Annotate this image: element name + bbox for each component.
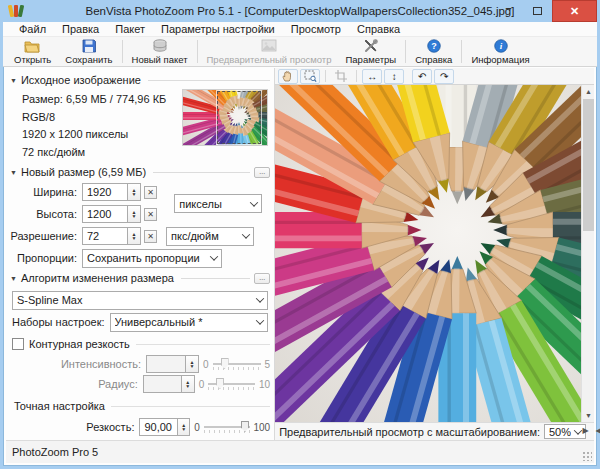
radius-slider: [208, 377, 255, 391]
width-input[interactable]: 1920: [82, 183, 128, 201]
info-icon: i: [492, 38, 509, 53]
vertical-scroll-thumb[interactable]: [583, 99, 594, 231]
sharpness-slider[interactable]: [204, 420, 250, 434]
save-icon: [80, 38, 97, 53]
width-reset-button[interactable]: ✕: [144, 186, 157, 199]
scroll-left-icon[interactable]: ◀: [592, 425, 600, 438]
menu-edit[interactable]: Правка: [54, 23, 107, 35]
algorithm-method-select[interactable]: S-Spline Max: [12, 291, 268, 310]
section-algorithm-header[interactable]: ▼ Алгоритм изменения размера ...: [10, 271, 270, 285]
radius-spinner: ▲▼: [182, 375, 195, 393]
collapse-triangle-icon: ▼: [10, 77, 17, 84]
scroll-down-icon[interactable]: ▼: [582, 409, 594, 422]
options-button[interactable]: Параметры: [339, 37, 404, 66]
scroll-right-icon[interactable]: ▶: [579, 425, 592, 438]
resize-grip[interactable]: [582, 451, 592, 461]
algorithm-more-button[interactable]: ...: [254, 273, 270, 284]
source-dimensions: 1920 x 1200 пикселы: [22, 128, 166, 140]
radius-label: Радиус:: [10, 378, 143, 390]
proportions-select[interactable]: Сохранить пропорции: [82, 249, 222, 268]
maximize-icon: [533, 7, 542, 15]
size-unit-select[interactable]: пикселы: [174, 194, 262, 213]
open-button[interactable]: Открыть: [7, 37, 58, 66]
intensity-input: [146, 355, 186, 373]
radius-input: [143, 375, 182, 393]
maximize-button[interactable]: [523, 0, 552, 22]
info-button[interactable]: i Информация: [464, 37, 536, 66]
unsharp-checkbox[interactable]: [12, 338, 24, 350]
menu-batch[interactable]: Пакет: [107, 23, 153, 35]
unsharp-label: Контурная резкость: [29, 338, 130, 350]
source-info: Размер: 6,59 МБ / 774,96 КБ RGB/8 1920 x…: [22, 93, 166, 163]
intensity-slider: [213, 357, 261, 371]
help-button[interactable]: ? Справка: [408, 37, 459, 66]
hand-pan-icon[interactable]: [278, 69, 298, 84]
fine-tuning-label: Точная настройка: [14, 400, 105, 412]
collapse-triangle-icon: ▼: [10, 275, 17, 282]
section-newsize-header[interactable]: ▼ Новый размер (6,59 МБ) ...: [10, 165, 270, 179]
height-input[interactable]: 1200: [82, 205, 128, 223]
source-thumbnail[interactable]: [182, 89, 268, 146]
sharpness-label: Резкость:: [10, 421, 139, 433]
close-button[interactable]: ✕: [552, 0, 597, 22]
preview-image[interactable]: [275, 85, 581, 422]
menu-bar: Файл Правка Пакет Параметры настройки Пр…: [3, 22, 597, 37]
presets-select[interactable]: Универсальный *: [110, 313, 269, 332]
preview-button: Предварительный просмотр: [200, 37, 339, 66]
resolution-label: Разрешение:: [10, 230, 82, 242]
open-folder-icon: [24, 38, 41, 53]
source-colormode: RGB/8: [22, 111, 166, 123]
height-reset-button[interactable]: ✕: [144, 208, 157, 221]
menu-view[interactable]: Просмотр: [283, 23, 349, 35]
flip-vertical-icon[interactable]: ↕: [384, 69, 404, 84]
menu-file[interactable]: Файл: [11, 23, 54, 35]
collapse-triangle-icon: ▼: [10, 169, 17, 176]
source-size: Размер: 6,59 МБ / 774,96 КБ: [22, 93, 166, 105]
status-text: PhotoZoom Pro 5: [12, 446, 98, 458]
menu-settings[interactable]: Параметры настройки: [153, 23, 283, 35]
newsize-more-button[interactable]: ...: [254, 167, 270, 178]
resolution-spinner[interactable]: ▲▼: [128, 227, 141, 245]
height-label: Высота:: [10, 208, 82, 220]
proportions-label: Пропорции:: [10, 252, 82, 264]
vertical-scrollbar[interactable]: ▲ ▼: [581, 85, 594, 422]
zoom-select-icon[interactable]: [300, 69, 320, 84]
options-tools-icon: [362, 38, 379, 53]
image-toolbar: ↔ ↕ ↶ ↷: [275, 68, 594, 85]
resolution-reset-button[interactable]: ✕: [144, 230, 157, 243]
settings-panel: ▼ Исходное изображение Размер: 6,59 МБ /…: [6, 68, 275, 440]
minimize-button[interactable]: –: [494, 0, 523, 22]
resolution-unit-select[interactable]: пкс/дюйм: [166, 227, 254, 246]
zoom-label: Предварительный просмотр с масштабирован…: [279, 426, 540, 438]
height-spinner[interactable]: ▲▼: [128, 205, 141, 223]
svg-text:?: ?: [431, 41, 437, 51]
chevron-down-icon: [242, 230, 250, 238]
scroll-up-icon[interactable]: ▲: [582, 85, 594, 98]
sharpness-spinner[interactable]: ▲▼: [178, 418, 190, 436]
menu-help[interactable]: Справка: [349, 23, 408, 35]
intensity-label: Интенсивность:: [10, 358, 146, 370]
presets-label: Наборы настроек:: [10, 316, 110, 328]
save-button[interactable]: Сохранить: [58, 37, 119, 66]
new-batch-icon: [151, 38, 168, 53]
thumbnail-selection-rect[interactable]: [217, 91, 261, 144]
main-toolbar: Открыть Сохранить Новый пакет Предварите…: [3, 37, 597, 67]
chevron-down-icon: [256, 316, 264, 324]
preview-icon: [261, 38, 278, 53]
chevron-down-icon: [210, 252, 218, 260]
rotate-left-icon[interactable]: ↶: [412, 69, 432, 84]
new-batch-button[interactable]: Новый пакет: [125, 37, 195, 66]
width-spinner[interactable]: ▲▼: [128, 183, 141, 201]
title-bar: BenVista PhotoZoom Pro 5.1 - [ComputerDe…: [3, 0, 597, 22]
app-window: BenVista PhotoZoom Pro 5.1 - [ComputerDe…: [0, 0, 600, 469]
section-source-header[interactable]: ▼ Исходное изображение: [10, 73, 270, 87]
source-dpi: 72 пкс/дюйм: [22, 146, 166, 158]
width-label: Ширина:: [10, 186, 82, 198]
rotate-right-icon[interactable]: ↷: [434, 69, 454, 84]
flip-horizontal-icon[interactable]: ↔: [362, 69, 382, 84]
sharpness-input[interactable]: 90,00: [139, 418, 178, 436]
chevron-down-icon: [250, 198, 258, 206]
app-icon: [8, 4, 24, 18]
resolution-input[interactable]: 72: [82, 227, 128, 245]
help-icon: ?: [425, 38, 442, 53]
